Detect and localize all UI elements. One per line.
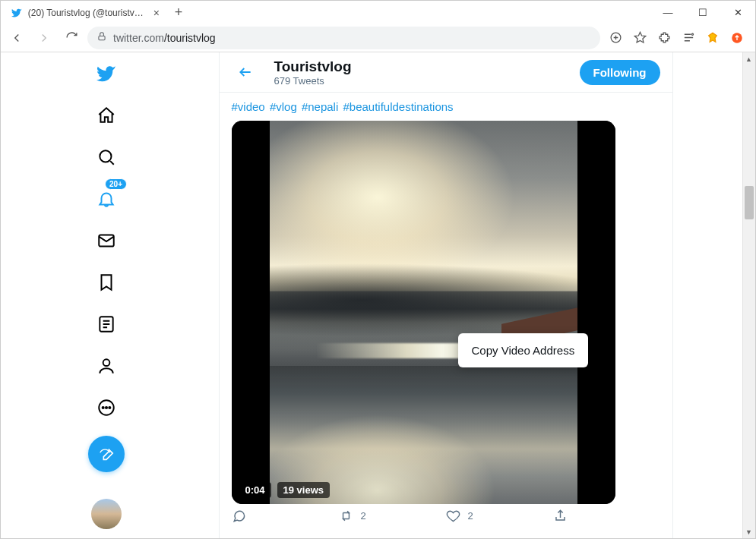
twitter-logo[interactable] bbox=[88, 55, 125, 92]
reload-button[interactable] bbox=[60, 27, 83, 49]
svg-point-11 bbox=[109, 407, 110, 408]
back-button[interactable] bbox=[5, 27, 28, 49]
extension-upload-icon[interactable] bbox=[726, 27, 748, 49]
reader-icon[interactable] bbox=[678, 27, 699, 49]
retweet-button[interactable]: 2 bbox=[339, 509, 446, 523]
main-column: Touristvlog 679 Tweets Following #video … bbox=[219, 52, 673, 538]
explore-icon[interactable] bbox=[88, 139, 125, 175]
svg-point-4 bbox=[100, 150, 111, 162]
messages-icon[interactable] bbox=[88, 222, 125, 259]
svg-rect-0 bbox=[99, 36, 105, 39]
browser-titlebar: (20) Touristvlog (@touristvlog) / × + — … bbox=[1, 1, 755, 24]
zoom-add-icon[interactable] bbox=[605, 27, 626, 49]
reply-button[interactable] bbox=[232, 509, 339, 523]
sidebar: 20+ bbox=[76, 52, 137, 538]
maximize-button[interactable]: ☐ bbox=[685, 1, 720, 24]
close-window-button[interactable]: ✕ bbox=[720, 1, 755, 24]
bookmarks-icon[interactable] bbox=[88, 264, 125, 301]
tweet-count: 679 Tweets bbox=[274, 75, 565, 87]
home-icon[interactable] bbox=[88, 97, 125, 134]
svg-point-9 bbox=[103, 407, 104, 408]
more-icon[interactable] bbox=[88, 389, 125, 426]
share-button[interactable] bbox=[553, 509, 660, 523]
svg-point-2 bbox=[691, 33, 693, 35]
scroll-thumb[interactable] bbox=[745, 186, 754, 219]
tweet-actions: 2 2 bbox=[220, 504, 672, 531]
hashtag-link[interactable]: #nepali bbox=[302, 100, 338, 113]
tab-title: (20) Touristvlog (@touristvlog) / bbox=[28, 8, 145, 18]
hashtag-link[interactable]: #video bbox=[232, 100, 265, 113]
retweet-count: 2 bbox=[361, 510, 366, 522]
forward-button[interactable] bbox=[33, 27, 55, 49]
browser-tab[interactable]: (20) Touristvlog (@touristvlog) / × bbox=[4, 2, 167, 24]
svg-point-7 bbox=[103, 359, 110, 366]
svg-point-10 bbox=[106, 407, 107, 408]
notif-badge: 20+ bbox=[105, 178, 127, 190]
extension-pin-icon[interactable] bbox=[702, 27, 723, 49]
notifications-icon[interactable]: 20+ bbox=[88, 181, 125, 217]
profile-name: Touristvlog bbox=[274, 58, 565, 75]
video-views: 19 views bbox=[277, 482, 331, 498]
browser-toolbar: twitter.com/touristvlog bbox=[1, 24, 755, 52]
close-tab-icon[interactable]: × bbox=[153, 7, 160, 19]
extensions-icon[interactable] bbox=[653, 27, 675, 49]
context-menu: Copy Video Address bbox=[458, 333, 589, 367]
minimize-button[interactable]: — bbox=[650, 1, 685, 24]
hashtag-link[interactable]: #vlog bbox=[270, 100, 297, 113]
twitter-favicon bbox=[11, 7, 23, 19]
video-time: 0:04 bbox=[239, 482, 271, 498]
hashtag-link[interactable]: #beautifuldestinations bbox=[343, 100, 453, 113]
new-tab-button[interactable]: + bbox=[167, 1, 190, 24]
account-avatar[interactable] bbox=[91, 499, 122, 529]
like-count: 2 bbox=[468, 510, 473, 522]
scroll-down-icon[interactable]: ▼ bbox=[742, 525, 755, 538]
scroll-up-icon[interactable]: ▲ bbox=[742, 52, 755, 65]
profile-icon[interactable] bbox=[88, 348, 125, 384]
scrollbar[interactable]: ▲ ▼ bbox=[742, 52, 755, 538]
video-frame bbox=[270, 121, 577, 504]
following-button[interactable]: Following bbox=[580, 60, 660, 85]
tweet-video[interactable]: 0:04 19 views Copy Video Address bbox=[232, 121, 615, 504]
address-bar[interactable]: twitter.com/touristvlog bbox=[87, 27, 600, 49]
star-icon[interactable] bbox=[629, 27, 650, 49]
menu-copy-video-address[interactable]: Copy Video Address bbox=[472, 344, 575, 357]
profile-header: Touristvlog 679 Tweets Following bbox=[220, 52, 672, 93]
lock-icon bbox=[96, 31, 107, 44]
lists-icon[interactable] bbox=[88, 306, 125, 342]
back-arrow-button[interactable] bbox=[232, 58, 259, 86]
url-text: twitter.com/touristvlog bbox=[113, 32, 216, 44]
compose-button[interactable] bbox=[88, 436, 125, 472]
like-button[interactable]: 2 bbox=[446, 509, 553, 523]
tweet-hashtags[interactable]: #video #vlog #nepali #beautifuldestinati… bbox=[232, 100, 660, 113]
